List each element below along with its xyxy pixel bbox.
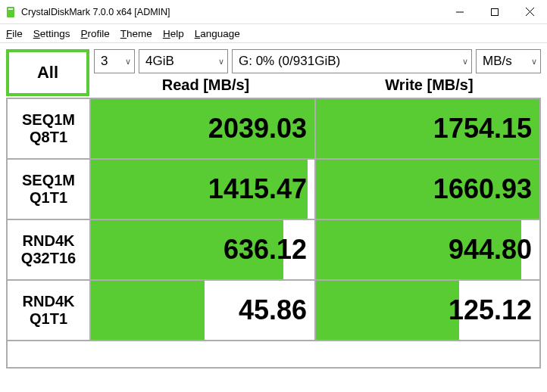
app-icon — [5, 6, 17, 18]
read-value: 45.86 — [239, 294, 307, 326]
write-bar — [316, 281, 459, 340]
write-value: 1660.93 — [433, 173, 532, 205]
chevron-down-icon: ∨ — [462, 57, 468, 67]
row-label-button[interactable]: RND4K Q32T16 — [6, 220, 91, 279]
results-grid: SEQ1M Q8T1 2039.03 1754.15 SEQ1M Q1T1 14… — [6, 98, 541, 341]
svg-rect-3 — [492, 8, 499, 15]
runs-select[interactable]: 3 ∨ — [94, 49, 135, 73]
read-bar — [91, 281, 205, 340]
window-title: CrystalDiskMark 7.0.0 x64 [ADMIN] — [21, 7, 442, 17]
control-row: All 3 ∨ 4GiB ∨ G: 0% (0/931GiB) ∨ MB/s ∨ — [6, 49, 541, 96]
minimize-button[interactable] — [442, 0, 477, 23]
all-button[interactable]: All — [6, 49, 89, 96]
row-label-button[interactable]: SEQ1M Q8T1 — [6, 99, 91, 158]
read-cell: 45.86 — [91, 281, 316, 340]
dropdowns: 3 ∨ 4GiB ∨ G: 0% (0/931GiB) ∨ MB/s ∨ — [94, 49, 541, 73]
close-button[interactable] — [512, 0, 547, 23]
menu-help[interactable]: Help — [163, 28, 184, 39]
row-label-button[interactable]: RND4K Q1T1 — [6, 281, 91, 340]
read-value: 636.12 — [223, 234, 307, 266]
chevron-down-icon: ∨ — [218, 57, 224, 67]
write-cell: 1660.93 — [316, 160, 541, 219]
write-header: Write [MB/s] — [317, 76, 541, 94]
write-value: 944.80 — [449, 234, 532, 266]
read-cell: 636.12 — [91, 220, 316, 279]
read-header: Read [MB/s] — [94, 76, 317, 94]
menu-settings[interactable]: Settings — [33, 28, 70, 39]
write-value: 1754.15 — [433, 113, 532, 145]
table-row: SEQ1M Q1T1 1415.47 1660.93 — [6, 160, 541, 220]
menu-file[interactable]: File — [6, 28, 23, 39]
menu-language[interactable]: Language — [195, 28, 240, 39]
titlebar: CrystalDiskMark 7.0.0 x64 [ADMIN] — [0, 0, 547, 24]
menubar: File Settings Profile Theme Help Languag… — [0, 24, 547, 43]
menu-profile[interactable]: Profile — [81, 28, 110, 39]
unit-select[interactable]: MB/s ∨ — [476, 49, 541, 73]
read-value: 2039.03 — [208, 113, 307, 145]
read-cell: 1415.47 — [91, 160, 316, 219]
write-cell: 1754.15 — [316, 99, 541, 158]
table-row: RND4K Q1T1 45.86 125.12 — [6, 281, 541, 341]
write-value: 125.12 — [449, 294, 532, 326]
size-select[interactable]: 4GiB ∨ — [139, 49, 228, 73]
read-value: 1415.47 — [208, 173, 307, 205]
content: All 3 ∨ 4GiB ∨ G: 0% (0/931GiB) ∨ MB/s ∨ — [0, 43, 547, 375]
write-cell: 944.80 — [316, 220, 541, 279]
chevron-down-icon: ∨ — [531, 57, 537, 67]
row-label-button[interactable]: SEQ1M Q1T1 — [6, 160, 91, 219]
write-cell: 125.12 — [316, 281, 541, 340]
column-headers: Read [MB/s] Write [MB/s] — [94, 73, 541, 96]
chevron-down-icon: ∨ — [125, 57, 131, 67]
drive-select[interactable]: G: 0% (0/931GiB) ∨ — [232, 49, 472, 73]
all-label: All — [37, 63, 58, 82]
table-row: RND4K Q32T16 636.12 944.80 — [6, 220, 541, 281]
read-cell: 2039.03 — [91, 99, 316, 158]
table-row: SEQ1M Q8T1 2039.03 1754.15 — [6, 99, 541, 160]
window-controls — [442, 0, 547, 23]
maximize-button[interactable] — [477, 0, 512, 23]
menu-theme[interactable]: Theme — [120, 28, 152, 39]
status-bar — [6, 341, 541, 369]
svg-rect-1 — [8, 8, 13, 10]
